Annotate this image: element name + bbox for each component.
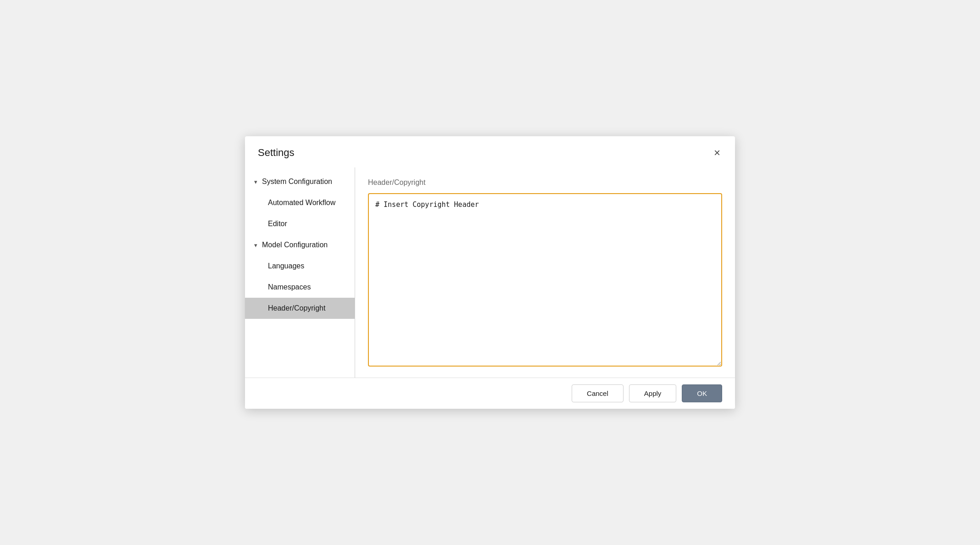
sidebar-item-label-automated-workflow: Automated Workflow: [268, 199, 335, 207]
sidebar-item-label-model-configuration: Model Configuration: [262, 241, 328, 249]
close-button[interactable]: ×: [712, 145, 722, 160]
section-label: Header/Copyright: [368, 178, 722, 187]
sidebar-item-label-namespaces: Namespaces: [268, 283, 311, 291]
ok-button[interactable]: OK: [682, 384, 722, 402]
sidebar-item-editor[interactable]: Editor: [245, 213, 355, 234]
main-content: Header/Copyright: [355, 167, 735, 378]
sidebar-item-label-system-configuration: System Configuration: [262, 178, 332, 186]
sidebar-item-header-copyright[interactable]: Header/Copyright: [245, 298, 355, 319]
sidebar-item-label-header-copyright: Header/Copyright: [268, 304, 325, 312]
dialog-body: ▾System ConfigurationAutomated WorkflowE…: [245, 167, 735, 378]
sidebar-item-languages[interactable]: Languages: [245, 256, 355, 277]
cancel-button[interactable]: Cancel: [572, 384, 624, 402]
dialog-footer: Cancel Apply OK: [245, 378, 735, 409]
sidebar-item-label-languages: Languages: [268, 262, 304, 270]
sidebar: ▾System ConfigurationAutomated WorkflowE…: [245, 167, 355, 378]
chevron-down-icon: ▾: [254, 242, 257, 249]
copyright-textarea[interactable]: [368, 193, 722, 367]
dialog-header: Settings ×: [245, 136, 735, 167]
sidebar-item-model-configuration[interactable]: ▾Model Configuration: [245, 234, 355, 256]
sidebar-item-automated-workflow[interactable]: Automated Workflow: [245, 192, 355, 213]
sidebar-item-label-editor: Editor: [268, 220, 287, 228]
dialog-title: Settings: [258, 147, 295, 159]
chevron-down-icon: ▾: [254, 178, 257, 185]
sidebar-item-system-configuration[interactable]: ▾System Configuration: [245, 171, 355, 192]
apply-button[interactable]: Apply: [629, 384, 677, 402]
sidebar-item-namespaces[interactable]: Namespaces: [245, 277, 355, 298]
settings-dialog: Settings × ▾System ConfigurationAutomate…: [245, 136, 735, 409]
